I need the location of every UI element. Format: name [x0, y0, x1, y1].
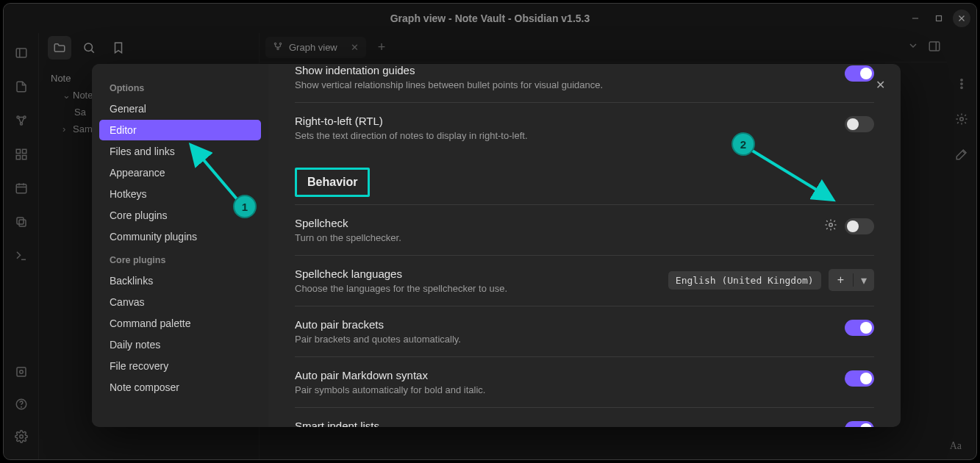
toggle-spellcheck[interactable]	[845, 218, 874, 234]
nav-header-core: Core plugins	[99, 248, 261, 270]
nav-community-plugins[interactable]: Community plugins	[99, 226, 261, 247]
setting-title: Spellcheck	[295, 217, 824, 229]
toggle-auto-pair-md[interactable]	[845, 370, 874, 387]
language-add-dropdown[interactable]: + ▾	[829, 269, 874, 291]
app-window: Graph view - Note Vault - Obsidian v1.5.…	[3, 3, 977, 460]
setting-title: Auto pair Markdown syntax	[295, 369, 845, 381]
settings-nav: Options General Editor Files and links A…	[92, 64, 268, 427]
nav-daily-notes[interactable]: Daily notes	[99, 334, 261, 355]
nav-note-composer[interactable]: Note composer	[99, 377, 261, 398]
nav-header-options: Options	[99, 76, 261, 98]
setting-desc: Choose the languages for the spellchecke…	[295, 283, 668, 294]
spellcheck-gear-icon[interactable]	[824, 218, 837, 234]
section-behavior: Behavior	[295, 168, 370, 197]
setting-auto-pair-md: Auto pair Markdown syntax Pair symbols a…	[295, 356, 874, 407]
toggle-smart-indent[interactable]	[845, 421, 874, 427]
nav-canvas[interactable]: Canvas	[99, 292, 261, 312]
toggle-rtl[interactable]	[845, 116, 874, 132]
setting-spellcheck-languages: Spellcheck languages Choose the language…	[295, 255, 874, 306]
setting-title: Auto pair brackets	[295, 318, 845, 331]
annotation-callout-2: 2	[732, 132, 755, 156]
nav-general[interactable]: General	[99, 98, 261, 119]
toggle-auto-pair-brackets[interactable]	[845, 320, 874, 336]
setting-indentation-guides: Show indentation guides Show vertical re…	[295, 64, 874, 102]
setting-desc: Sets the text direction of notes to disp…	[295, 130, 845, 141]
toggle-indentation-guides[interactable]	[845, 65, 874, 82]
annotation-callout-1: 1	[233, 195, 257, 218]
language-chip[interactable]: English (United Kingdom)	[668, 271, 821, 290]
setting-desc: Turn on the spellchecker.	[295, 232, 824, 243]
setting-desc: Pair symbols automatically for bold and …	[295, 384, 845, 395]
nav-backlinks[interactable]: Backlinks	[99, 270, 261, 291]
setting-spellcheck: Spellcheck Turn on the spellchecker.	[295, 204, 874, 255]
setting-title: Show indentation guides	[295, 64, 845, 76]
plus-icon: +	[829, 273, 854, 287]
setting-desc: Pair brackets and quotes automatically.	[295, 334, 845, 345]
chevron-down-icon: ▾	[854, 273, 874, 287]
setting-smart-indent: Smart indent lists Automatically set ind…	[295, 407, 874, 427]
nav-files[interactable]: Files and links	[99, 141, 261, 162]
nav-command-palette[interactable]: Command palette	[99, 313, 261, 334]
setting-title: Right-to-left (RTL)	[295, 115, 845, 127]
settings-modal: Options General Editor Files and links A…	[92, 64, 901, 427]
setting-title: Smart indent lists	[295, 420, 845, 427]
nav-appearance[interactable]: Appearance	[99, 162, 261, 183]
nav-file-recovery[interactable]: File recovery	[99, 356, 261, 376]
setting-rtl: Right-to-left (RTL) Sets the text direct…	[295, 102, 874, 153]
setting-auto-pair-brackets: Auto pair brackets Pair brackets and quo…	[295, 306, 874, 356]
svg-point-36	[829, 223, 833, 227]
nav-editor[interactable]: Editor	[99, 120, 261, 140]
setting-desc: Show vertical relationship lines between…	[295, 79, 845, 90]
setting-title: Spellcheck languages	[295, 268, 668, 280]
settings-content[interactable]: ✕ Show indentation guides Show vertical …	[268, 64, 901, 427]
